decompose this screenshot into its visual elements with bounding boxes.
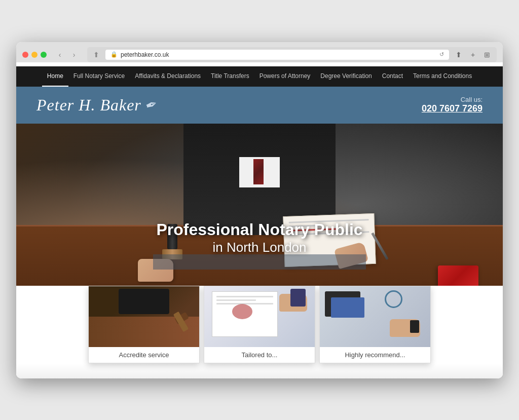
forward-button[interactable]: › bbox=[69, 50, 79, 60]
card3-laptop bbox=[325, 291, 360, 317]
doc-line bbox=[216, 296, 273, 297]
nav-item-terms[interactable]: Terms and Conditions bbox=[408, 66, 477, 87]
tie bbox=[253, 159, 264, 184]
nav-link-notary[interactable]: Full Notary Service bbox=[68, 66, 130, 86]
nav-item-contact[interactable]: Contact bbox=[377, 66, 408, 87]
nav-link-affidavits[interactable]: Affidavits & Declarations bbox=[130, 66, 206, 86]
close-traffic-light[interactable] bbox=[22, 52, 28, 58]
nav-item-affidavits[interactable]: Affidavits & Declarations bbox=[130, 66, 206, 87]
call-label: Call us: bbox=[422, 96, 483, 103]
website-content: Home Full Notary Service Affidavits & De… bbox=[16, 66, 503, 378]
hero-subtitle: in North London bbox=[16, 240, 503, 255]
card3-globe bbox=[385, 290, 402, 308]
minimize-traffic-light[interactable] bbox=[31, 52, 38, 58]
nav-link-terms[interactable]: Terms and Conditions bbox=[408, 66, 477, 86]
hero-title: Professional Notary Public bbox=[16, 220, 503, 239]
nav-item-poa[interactable]: Powers of Attorney bbox=[254, 66, 316, 87]
page-bottom bbox=[16, 363, 503, 378]
grid-button[interactable]: ⊞ bbox=[481, 49, 493, 60]
card-3-label: Highly recommend... bbox=[320, 347, 430, 363]
nav-link-contact[interactable]: Contact bbox=[377, 66, 408, 86]
card-2[interactable]: Tailored to... bbox=[204, 286, 315, 363]
card-2-image bbox=[204, 286, 315, 347]
card-3[interactable]: Highly recommend... bbox=[319, 286, 431, 363]
reload-icon[interactable]: ↺ bbox=[439, 51, 444, 58]
card-2-label: Tailored to... bbox=[204, 347, 315, 363]
address-bar[interactable]: 🔒 peterhbaker.co.uk ↺ bbox=[105, 50, 449, 60]
card-1-image bbox=[89, 286, 199, 347]
nav-item-notary[interactable]: Full Notary Service bbox=[68, 66, 130, 87]
hero-text-block: Professional Notary Public in North Lond… bbox=[16, 220, 503, 255]
lock-icon: 🔒 bbox=[110, 51, 118, 58]
stamp-red-body bbox=[438, 265, 478, 288]
site-logo: Peter H. Baker ✒ bbox=[36, 96, 157, 114]
share-icon-btn[interactable]: ⬆ bbox=[453, 49, 464, 60]
browser-navigation: ‹ › bbox=[55, 50, 79, 60]
back-button[interactable]: ‹ bbox=[55, 50, 65, 60]
nav-item-home[interactable]: Home bbox=[42, 66, 68, 87]
logo-text: Peter H. Baker bbox=[36, 96, 141, 114]
card1-person bbox=[119, 289, 169, 314]
card-3-image bbox=[320, 286, 430, 347]
nav-item-degree[interactable]: Degree Verification bbox=[315, 66, 377, 87]
browser-titlebar: ‹ › ⬆ 🔒 peterhbaker.co.uk ↺ ⬆ + ⊞ bbox=[22, 47, 497, 62]
site-navigation: Home Full Notary Service Affidavits & De… bbox=[16, 66, 503, 87]
feather-icon: ✒ bbox=[143, 95, 160, 115]
toolbar-right: ⬆ + ⊞ bbox=[453, 49, 493, 60]
card2-stamp-mark bbox=[232, 304, 252, 319]
nav-item-title[interactable]: Title Transfers bbox=[206, 66, 254, 87]
nav-link-degree[interactable]: Degree Verification bbox=[315, 66, 377, 86]
browser-window: ‹ › ⬆ 🔒 peterhbaker.co.uk ↺ ⬆ + ⊞ bbox=[16, 42, 503, 378]
nav-link-title[interactable]: Title Transfers bbox=[206, 66, 254, 86]
share-button[interactable]: ⬆ bbox=[91, 50, 101, 60]
browser-chrome: ‹ › ⬆ 🔒 peterhbaker.co.uk ↺ ⬆ + ⊞ bbox=[16, 42, 503, 62]
nav-link-poa[interactable]: Powers of Attorney bbox=[254, 66, 316, 86]
card-1-label: Accredite service bbox=[89, 347, 199, 363]
phone-number[interactable]: 020 7607 7269 bbox=[422, 103, 483, 114]
header-contact: Call us: 020 7607 7269 bbox=[422, 96, 483, 114]
card-1[interactable]: Accredite service bbox=[88, 286, 200, 363]
maximize-traffic-light[interactable] bbox=[41, 52, 47, 58]
new-tab-button[interactable]: + bbox=[467, 49, 478, 60]
card3-stamp-body bbox=[410, 320, 419, 333]
card3-screen bbox=[331, 297, 364, 318]
cards-section: Accredite service Tailored to... bbox=[16, 286, 503, 363]
url-text: peterhbaker.co.uk bbox=[121, 51, 169, 58]
site-header: Peter H. Baker ✒ Call us: 020 7607 7269 bbox=[16, 87, 503, 124]
nav-link-home[interactable]: Home bbox=[42, 66, 68, 87]
hero-text-background bbox=[153, 254, 366, 270]
card2-stamp bbox=[290, 289, 306, 307]
doc-line bbox=[216, 299, 256, 301]
